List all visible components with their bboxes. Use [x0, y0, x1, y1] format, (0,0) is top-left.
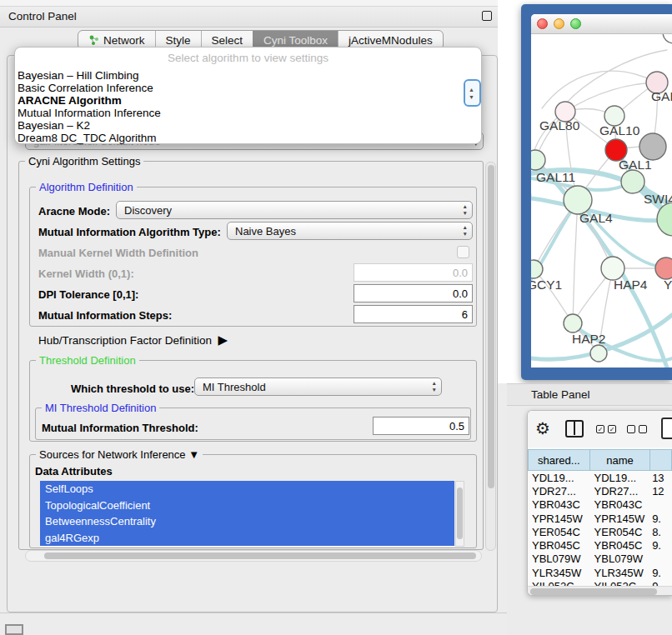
mi-type-combo[interactable]: Naive Bayes ▲▼ [227, 222, 473, 240]
collapse-arrow-icon[interactable]: ▼ [188, 448, 199, 461]
algorithm-placeholder: Select algorithm to view settings [15, 52, 481, 64]
table-cell: YPR145W [591, 512, 653, 525]
table-cell: YBL079W [528, 552, 591, 565]
spinner-arrows-icon: ▲▼ [469, 86, 474, 101]
node-label: GCY1 [531, 278, 562, 292]
attribute-item[interactable]: SelfLoops [40, 481, 454, 498]
algorithm-item[interactable]: Mutual Information Inference [18, 108, 481, 120]
network-icon [88, 35, 99, 46]
expand-arrow-icon[interactable]: ▶ [218, 332, 228, 347]
table-cell: YBL079W [591, 552, 653, 565]
kernel-width-input[interactable]: 0.0 [354, 263, 473, 282]
checked-checkbox-icon[interactable]: ✓ [596, 425, 604, 433]
manual-kernel-checkbox[interactable] [457, 246, 469, 258]
algorithm-item[interactable]: Basic Correlation Inference [18, 82, 481, 95]
table-header-row: shared... name [528, 449, 672, 471]
dpi-tolerance-input[interactable]: 0.0 [354, 284, 473, 302]
table-row[interactable]: YBR045CYBR045C9. [528, 538, 672, 552]
network-window: GALGAL80GAL10GAL1SWI4GAL11GAL4GCY1HAP4YH… [531, 14, 672, 368]
combo-arrows-icon: ▲▼ [463, 203, 468, 217]
table-row[interactable]: YER054CYER054C8. [528, 525, 672, 538]
network-node[interactable] [590, 345, 607, 362]
network-node-y[interactable] [655, 258, 672, 279]
node-label: HAP4 [614, 278, 648, 292]
columns-icon[interactable] [565, 420, 584, 438]
minimize-traffic-light-icon[interactable] [554, 18, 564, 29]
table-cell: YBR043C [591, 498, 653, 511]
control-panel-top-strip [0, 0, 507, 7]
settings-horizontal-scrollbar[interactable] [25, 550, 482, 562]
kernel-width-label: Kernel Width (0,1): [38, 268, 134, 280]
network-canvas[interactable]: GALGAL80GAL10GAL1SWI4GAL11GAL4GCY1HAP4YH… [531, 34, 672, 368]
hub-definition-expander[interactable]: Hub/Transcription Factor Definition ▶ [38, 332, 228, 348]
network-node-gal4[interactable] [564, 186, 592, 214]
node-label: SWI4 [644, 192, 672, 206]
table-row[interactable]: YDR27...YDR27...12 [528, 484, 672, 498]
network-window-titlebar[interactable] [531, 14, 672, 34]
float-window-icon[interactable] [482, 11, 492, 21]
which-threshold-combo[interactable]: MI Threshold ▲▼ [194, 378, 442, 396]
network-node-swi4[interactable] [621, 170, 644, 193]
attribute-item[interactable]: TopologicalCoefficient [40, 498, 454, 514]
table-panel-bar: Table Panel [507, 383, 672, 406]
attributes-scrollbar[interactable] [455, 481, 464, 547]
table-toolbar: ⚙ ✓ ✓ [528, 411, 672, 448]
algorithm-dropdown-popup: Select algorithm to view settings Bayesi… [14, 47, 482, 144]
algorithm-definition-title: Algorithm Definition [36, 181, 137, 193]
table-panel-title: Table Panel [531, 388, 590, 401]
checked-checkbox-icon[interactable]: ✓ [608, 425, 616, 433]
network-node-hap4[interactable] [601, 257, 624, 280]
node-label: HAP2 [572, 332, 606, 346]
table-horizontal-scrollbar[interactable] [528, 586, 672, 596]
close-traffic-light-icon[interactable] [537, 18, 548, 29]
settings-vertical-scrollbar[interactable] [485, 162, 496, 551]
network-node[interactable] [663, 34, 672, 43]
focused-combo-spinner[interactable]: ▲▼ [464, 79, 481, 107]
mi-threshold-title: MI Threshold Definition [42, 402, 159, 414]
screen: Control Panel ✕ Network Style Select Cyn… [0, 0, 672, 635]
attribute-item[interactable]: gal4RGexp [40, 530, 454, 547]
table-cell: YDR27... [528, 485, 591, 498]
unchecked-checkbox-icon[interactable] [639, 425, 647, 433]
column-header-shared-name[interactable]: shared... [528, 449, 590, 471]
mi-steps-input[interactable]: 6 [354, 305, 473, 323]
panel-title: Control Panel [8, 10, 77, 22]
table-cell: YDR27... [591, 485, 653, 498]
new-table-icon[interactable] [661, 418, 672, 439]
attribute-item[interactable]: BetweennessCentrality [40, 513, 454, 530]
mi-threshold-input[interactable]: 0.5 [373, 417, 469, 435]
table-row[interactable]: YLR345WYLR345W9. [528, 566, 672, 579]
mi-threshold-label: Mutual Information Threshold: [42, 422, 198, 434]
algorithm-item[interactable]: Bayesian – K2 [18, 120, 481, 132]
network-node-gal11[interactable] [531, 150, 545, 170]
combo-arrows-icon: ▲▼ [432, 380, 437, 393]
node-label: GAL1 [619, 158, 652, 172]
aracne-mode-combo[interactable]: Discovery ▲▼ [116, 201, 473, 219]
tab-label: Network [103, 34, 145, 47]
table-row[interactable]: YPR145WYPR145W9. [528, 512, 672, 525]
column-header-partial[interactable] [650, 449, 672, 471]
sources-title[interactable]: Sources for Network Inference ▼ [36, 448, 203, 461]
network-node-hap2[interactable] [564, 314, 582, 332]
unchecked-checkbox-icon[interactable] [627, 425, 635, 433]
algorithm-item[interactable]: ARACNE Algorithm [18, 95, 481, 108]
table-cell: YLR345W [528, 567, 591, 579]
table-cell: 13 [652, 472, 672, 484]
table-cell: YBR043C [528, 498, 591, 511]
table-row[interactable]: YDL19...YDL19...13 [528, 471, 672, 484]
which-threshold-label: Which threshold to use: [71, 382, 194, 395]
collapsed-panel-grip[interactable] [5, 624, 23, 635]
mi-type-label: Mutual Information Algorithm Type: [38, 226, 221, 238]
table-row[interactable]: YBR043CYBR043C [528, 498, 672, 512]
table-cell: YBR045C [591, 539, 653, 552]
gear-icon[interactable]: ⚙ [535, 418, 550, 438]
table-cell: YDL19... [591, 472, 653, 484]
algorithm-item[interactable]: Dream8 DC_TDC Algorithm [18, 132, 481, 145]
algorithm-item[interactable]: Bayesian – Hill Climbing [18, 70, 481, 82]
table-row[interactable]: YIL052CYIL052C9. [528, 579, 672, 586]
column-header-name[interactable]: name [590, 449, 651, 471]
network-node[interactable] [639, 133, 666, 160]
table-cell: 9. [652, 580, 672, 586]
table-row[interactable]: YBL079WYBL079W [528, 552, 672, 566]
zoom-traffic-light-icon[interactable] [570, 18, 581, 29]
